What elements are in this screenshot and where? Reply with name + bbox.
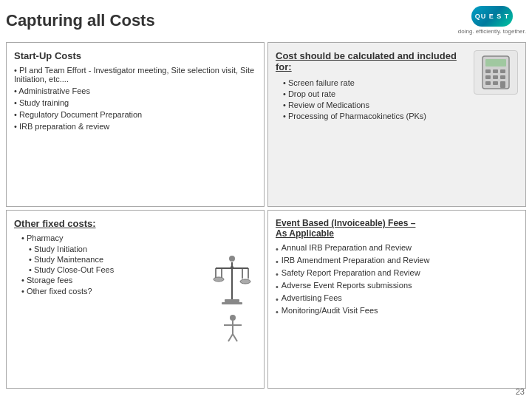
logo-text: QU E S T [475,13,510,20]
logo-box: QU E S T [471,6,513,27]
other-fixed-title: Other fixed costs: [14,218,205,229]
event-item-4: Advertising Fees [282,293,342,302]
event-item-1: IRB Amendment Preparation and Review [282,256,430,265]
page: Capturing all Costs QU E S T doing. effi… [0,0,532,399]
cost-calc-card: Cost should be calculated and included f… [267,42,526,207]
svg-line-26 [228,334,233,341]
page-number: 23 [516,387,525,396]
svg-rect-6 [493,75,498,79]
svg-rect-10 [500,81,505,88]
cost-calc-item-3: Processing of Pharmacokinetics (PKs) [283,112,474,120]
startup-costs-title: Start-Up Costs [14,50,256,61]
calculator-icon [474,50,518,95]
person-icon [218,313,248,343]
startup-costs-card: Start-Up Costs PI and Team Effort - Inve… [6,42,265,207]
svg-rect-19 [225,299,239,302]
svg-rect-4 [500,69,505,73]
svg-rect-2 [485,69,491,73]
main-grid: Start-Up Costs PI and Team Effort - Inve… [6,42,526,389]
header: Capturing all Costs QU E S T doing. effi… [6,6,526,35]
list-item: IRB preparation & review [14,122,256,131]
svg-rect-1 [485,59,506,66]
svg-marker-21 [230,265,234,268]
other-fixed-bottom-0: Storage fees [21,276,205,284]
list-item: Study training [14,98,256,107]
event-item-2: Safety Report Preparation and Review [282,268,420,277]
cost-calc-item-1: Drop out rate [283,89,474,98]
other-fixed-item-0: Study Initiation [29,245,205,253]
other-fixed-item-2: Study Close-Out Fees [29,265,205,274]
list-item: Regulatory Document Preparation [14,110,256,119]
cost-calc-item-2: Review of Medications [283,100,474,109]
other-fixed-item-1: Study Maintenance [29,255,205,264]
svg-rect-3 [493,69,498,73]
svg-rect-8 [485,81,491,85]
event-item-0: Annual IRB Preparation and Review [282,243,412,252]
other-fixed-content: Other fixed costs: Pharmacy Study Initia… [14,218,205,381]
svg-rect-20 [222,302,242,304]
list-item: PI and Team Effort - Investigator meetin… [14,66,256,83]
scale-icon [208,255,256,310]
page-title: Capturing all Costs [6,11,155,30]
svg-point-23 [230,315,236,321]
scale-person-image [208,218,256,381]
svg-point-18 [240,279,250,284]
logo: QU E S T doing. efficiently. together. [458,6,526,35]
cost-calc-title: Cost should be calculated and included f… [276,50,474,72]
svg-point-22 [229,256,235,262]
event-based-title: Event Based (Invoiceable) Fees – As Appl… [276,218,518,239]
event-item-5: Monitoring/Audit Visit Fees [282,306,378,315]
pharmacy-item: Pharmacy [21,233,205,242]
svg-line-27 [233,334,237,341]
event-based-card: Event Based (Invoiceable) Fees – As Appl… [267,210,526,389]
other-fixed-bottom-1: Other fixed costs? [21,287,205,296]
list-item: Administrative Fees [14,86,256,95]
logo-tagline: doing. efficiently. together. [458,28,526,35]
other-fixed-card: Other fixed costs: Pharmacy Study Initia… [6,210,265,389]
event-item-3: Adverse Event Reports submissions [282,281,412,290]
cost-calc-item-0: Screen failure rate [283,78,474,87]
startup-costs-list: PI and Team Effort - Investigator meetin… [14,66,256,131]
svg-point-17 [214,277,224,282]
svg-rect-5 [485,75,491,79]
svg-rect-7 [500,75,505,79]
svg-rect-9 [493,81,498,85]
